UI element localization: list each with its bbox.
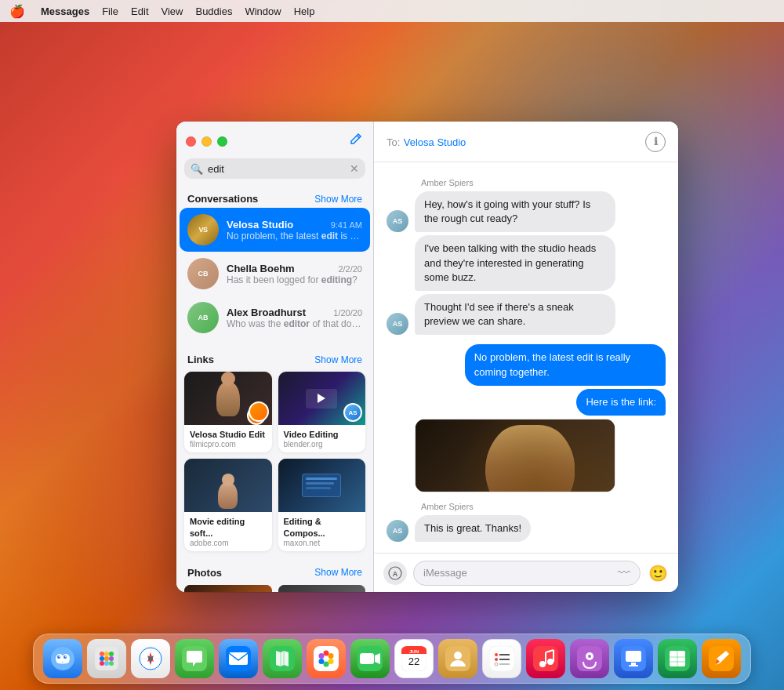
- photo-thumb-1[interactable]: AS: [184, 585, 272, 592]
- compose-button[interactable]: [350, 133, 364, 151]
- link-preview-image: [416, 419, 615, 492]
- conversations-label: Conversations: [187, 193, 258, 205]
- svg-rect-65: [629, 665, 638, 666]
- dock-item-finder[interactable]: [43, 639, 82, 678]
- emoji-button[interactable]: 🙂: [647, 562, 669, 584]
- conversation-alex[interactable]: AB Alex Broadhurst 1/20/20 Who was the e…: [180, 296, 370, 340]
- dock-item-numbers[interactable]: [658, 639, 697, 678]
- links-section-header: Links Show More: [176, 347, 373, 369]
- svg-point-12: [109, 652, 114, 656]
- menu-bar: 🍎 Messages File Edit View Buddies Window…: [0, 0, 784, 22]
- avatar-amber-3: AS: [387, 520, 408, 542]
- app-store-button[interactable]: A: [383, 561, 407, 585]
- dock-item-music[interactable]: [526, 639, 565, 678]
- message-bubble-6: This is great. Thanks!: [415, 515, 531, 542]
- dock-item-extra[interactable]: [702, 639, 741, 678]
- menu-messages[interactable]: Messages: [41, 5, 89, 17]
- avatar-alex: AB: [187, 302, 219, 333]
- avatar-velosa: VS: [187, 214, 219, 245]
- chat-info-button[interactable]: ℹ: [645, 132, 666, 152]
- conversation-chella[interactable]: CB Chella Boehm 2/2/20 Has it been logge…: [180, 252, 370, 296]
- svg-point-33: [324, 662, 329, 667]
- links-grid: Velosa Studio Edit filmicpro.com AS: [176, 369, 373, 554]
- message-bubble-5: Here is the link:: [576, 389, 666, 416]
- sender-name-amber-final: Amber Spiers: [387, 502, 666, 511]
- messages-window: 🔍 ✕ Conversations Show More VS Velosa St…: [176, 122, 678, 592]
- svg-rect-37: [360, 653, 374, 664]
- dock-item-messages[interactable]: [175, 639, 214, 678]
- dock-item-launchpad[interactable]: [87, 639, 126, 678]
- conversations-show-more[interactable]: Show More: [314, 194, 362, 205]
- dock-item-mail[interactable]: [219, 639, 258, 678]
- svg-point-32: [328, 659, 334, 664]
- link-card-editing[interactable]: Editing & Compos... maxon.net: [278, 459, 366, 551]
- svg-rect-46: [489, 646, 514, 671]
- conversation-chella-preview: Has it been logged for editing?: [227, 274, 362, 285]
- message-row-4: No problem, the latest edit is really co…: [387, 344, 666, 385]
- dock-item-photos[interactable]: [307, 639, 346, 678]
- conversation-velosa-info: Velosa Studio 9:41 AM No problem, the la…: [227, 219, 362, 242]
- conversation-velosa[interactable]: VS Velosa Studio 9:41 AM No problem, the…: [180, 208, 370, 252]
- menu-help[interactable]: Help: [294, 5, 315, 17]
- link-thumb-video: AS: [278, 372, 366, 425]
- photos-show-more[interactable]: Show More: [314, 567, 362, 578]
- svg-point-54: [539, 661, 546, 667]
- message-row-6: AS This is great. Thanks!: [387, 515, 666, 542]
- conversations-section-header: Conversations Show More: [176, 187, 373, 208]
- dock-item-facetime[interactable]: [350, 639, 390, 678]
- photos-section-header: Photos Show More: [176, 561, 373, 582]
- menu-edit[interactable]: Edit: [131, 5, 148, 17]
- menu-file[interactable]: File: [102, 5, 118, 17]
- imessage-input[interactable]: iMessage 〰: [413, 561, 641, 586]
- menu-window[interactable]: Window: [245, 5, 281, 17]
- maximize-button[interactable]: [217, 136, 227, 147]
- link-title-video: Video Editing: [284, 429, 361, 440]
- chat-recipient-row: To: Velosa Studio: [387, 135, 466, 149]
- search-clear-button[interactable]: ✕: [350, 162, 359, 175]
- svg-rect-63: [626, 651, 641, 662]
- dock-item-safari[interactable]: [131, 639, 170, 678]
- apple-menu[interactable]: 🍎: [9, 4, 25, 19]
- link-domain-video: blender.org: [284, 440, 361, 448]
- minimize-button[interactable]: [201, 136, 212, 147]
- search-input[interactable]: [208, 163, 345, 175]
- link-card-velosa[interactable]: Velosa Studio Edit filmicpro.com: [184, 372, 272, 452]
- link-info-velosa: Velosa Studio Edit filmicpro.com: [184, 425, 272, 452]
- menu-buddies[interactable]: Buddies: [195, 5, 232, 17]
- dock-item-keynote[interactable]: [614, 639, 653, 678]
- photos-label: Photos: [187, 567, 222, 579]
- photo-thumb-2[interactable]: ⚫: [278, 585, 366, 592]
- close-button[interactable]: [186, 136, 196, 147]
- svg-point-61: [588, 655, 591, 658]
- chat-messages-area: Amber Spiers AS Hey, how's it going with…: [374, 162, 678, 553]
- message-row-1: AS Hey, how's it going with your stuff? …: [387, 191, 666, 232]
- dock-item-reminders[interactable]: [482, 639, 521, 678]
- search-bar[interactable]: 🔍 ✕: [184, 158, 365, 179]
- svg-text:22: 22: [408, 656, 419, 667]
- link-thumb-velosa: [184, 372, 272, 425]
- link-card-video[interactable]: AS Video Editing blender.org: [278, 372, 366, 452]
- svg-rect-29: [314, 646, 339, 671]
- dock-item-maps[interactable]: [263, 639, 302, 678]
- dock-item-podcasts[interactable]: [570, 639, 609, 678]
- link-info-editing: Editing & Compos... maxon.net: [278, 512, 366, 551]
- link-domain-movie: adobe.com: [190, 539, 267, 547]
- link-thumb-editing: [278, 459, 366, 512]
- links-show-more[interactable]: Show More: [314, 354, 362, 365]
- svg-point-7: [59, 656, 60, 658]
- svg-point-30: [324, 651, 329, 656]
- sender-name-amber-1: Amber Spiers: [387, 178, 666, 187]
- link-domain-editing: maxon.net: [284, 539, 361, 547]
- dock-item-calendar[interactable]: JUN 22: [394, 639, 434, 678]
- link-card-movie[interactable]: Movie editing soft... adobe.com: [184, 459, 272, 551]
- dock-item-contacts[interactable]: [438, 639, 477, 678]
- photos-grid: AS ⚫: [176, 582, 373, 592]
- svg-text:JUN: JUN: [409, 649, 419, 654]
- svg-rect-64: [631, 663, 636, 665]
- conversation-velosa-preview: No problem, the latest edit is really...: [227, 231, 362, 242]
- search-results-panel: Conversations Show More VS Velosa Studio…: [176, 187, 373, 592]
- link-preview-card[interactable]: Velosa Studio Edit - V4 filmicpro.com: [415, 419, 615, 492]
- svg-point-13: [100, 656, 104, 661]
- link-domain-velosa: filmicpro.com: [190, 440, 267, 448]
- menu-view[interactable]: View: [162, 5, 183, 17]
